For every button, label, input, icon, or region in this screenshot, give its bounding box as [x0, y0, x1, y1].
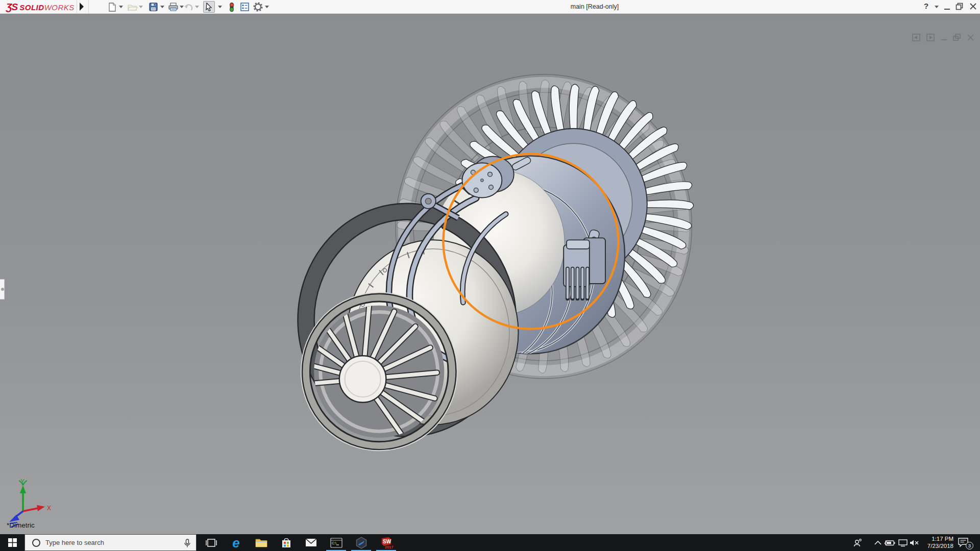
svg-text:2017: 2017: [385, 545, 394, 549]
file-explorer-button[interactable]: [249, 534, 274, 551]
store-button[interactable]: [274, 534, 299, 551]
view-orientation-label: *Dimetric: [7, 521, 35, 529]
printer-icon: [168, 3, 178, 11]
undo-arrow-icon: [184, 3, 193, 11]
properties-list-icon: [240, 3, 249, 11]
titlebar: ƷS SOLID WORKS: [0, 0, 980, 14]
battery-button[interactable]: [884, 534, 896, 551]
clock-date: 7/23/2018: [918, 543, 953, 550]
options-button[interactable]: [252, 1, 264, 13]
people-button[interactable]: [851, 534, 864, 551]
taskbar-search[interactable]: [24, 534, 197, 551]
restore-button[interactable]: [955, 3, 964, 11]
command-prompt-icon: C:\: [330, 538, 342, 548]
graphics-viewport[interactable]: Y X *Dimetric: [0, 14, 980, 534]
undo-dropdown[interactable]: [195, 6, 199, 8]
cortana-icon: [32, 539, 40, 547]
solidworks-2017-button[interactable]: SW 2017: [374, 534, 399, 551]
triad-x-axis: X: [23, 505, 51, 512]
new-document-icon: [108, 3, 116, 12]
edge-icon: e: [232, 537, 239, 548]
notification-badge: 3: [966, 542, 973, 549]
chevron-up-icon: [874, 540, 881, 545]
store-icon: [281, 537, 291, 548]
document-title: main [Read-only]: [571, 3, 619, 10]
ds-logo-mark: ƷS: [6, 2, 17, 13]
save-button[interactable]: [148, 1, 159, 13]
triad-y-axis: Y: [19, 478, 27, 511]
options-dropdown[interactable]: [265, 6, 269, 8]
reference-triad: Y X: [0, 14, 61, 534]
hidden-icons-button[interactable]: [872, 534, 884, 551]
select-cursor-icon: [205, 3, 213, 11]
new-document-button[interactable]: [106, 1, 118, 13]
windows-taskbar: e C:\: [0, 534, 980, 551]
minimize-button[interactable]: [944, 2, 951, 11]
doc-close-icon: [968, 35, 973, 40]
windows-logo-icon: [8, 538, 17, 547]
axis-label-y: Y: [20, 478, 24, 485]
save-dropdown[interactable]: [160, 6, 164, 8]
undo-button[interactable]: [183, 1, 194, 13]
network-icon: [898, 539, 908, 547]
gear-icon: [253, 2, 263, 12]
select-tool-dropdown[interactable]: [218, 6, 222, 8]
axis-label-x: X: [47, 505, 51, 512]
edge-button[interactable]: e: [224, 534, 249, 551]
task-view-icon: [206, 538, 217, 548]
open-folder-icon: [128, 3, 138, 11]
doc-restore-icon: [953, 34, 960, 40]
microphone-icon[interactable]: [184, 539, 191, 548]
menu-flyout-arrow-icon[interactable]: [80, 3, 84, 11]
svg-text:SW: SW: [383, 539, 391, 544]
document-window-controls: [912, 33, 976, 42]
open-button[interactable]: [127, 1, 138, 13]
properties-button[interactable]: [239, 1, 251, 13]
logo-text-works: WORKS: [44, 3, 75, 12]
action-center-button[interactable]: 3: [957, 534, 974, 551]
help-dropdown[interactable]: [935, 6, 939, 8]
close-button[interactable]: [969, 3, 977, 11]
clock-time: 1:17 PM: [918, 536, 953, 543]
svg-text:C:\: C:\: [332, 541, 336, 544]
print-button[interactable]: [167, 1, 179, 13]
solidworks-logo: ƷS SOLID WORKS: [6, 2, 75, 13]
file-explorer-icon: [255, 538, 267, 547]
save-floppy-icon: [149, 3, 158, 11]
hexagon-app-button[interactable]: [349, 534, 374, 551]
mail-button[interactable]: [299, 534, 324, 551]
new-document-dropdown[interactable]: [119, 6, 123, 8]
command-prompt-button[interactable]: C:\: [324, 534, 349, 551]
traffic-light-icon: [229, 2, 235, 12]
task-view-button[interactable]: [199, 534, 224, 551]
traffic-light-button[interactable]: [226, 1, 237, 13]
taskbar-clock[interactable]: 1:17 PM 7/23/2018: [918, 536, 953, 549]
solidworks-2017-icon: SW 2017: [379, 536, 394, 549]
mail-icon: [305, 538, 317, 547]
people-icon: [853, 538, 862, 547]
select-tool-button[interactable]: [203, 1, 215, 13]
battery-charging-icon: [884, 539, 895, 546]
help-button[interactable]: ?: [924, 2, 928, 10]
logo-text-solid: SOLID: [19, 3, 44, 12]
engine-3d-model: [0, 14, 980, 534]
network-button[interactable]: [897, 534, 909, 551]
start-button[interactable]: [0, 534, 24, 551]
hexagon-app-icon: [355, 537, 368, 549]
open-dropdown[interactable]: [139, 6, 143, 8]
search-input[interactable]: [45, 539, 173, 546]
